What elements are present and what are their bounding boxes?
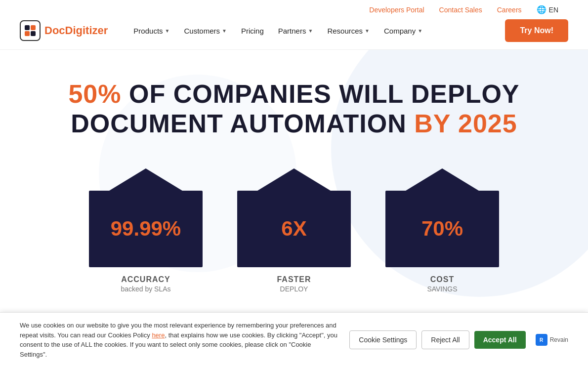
nav-customers[interactable]: Customers ▼ [178,23,232,39]
main-nav: DocDigitizer Products ▼ Customers ▼ Pric… [0,19,588,50]
house-shape-1: 99.99% [89,168,203,267]
hero-section: 50% OF COMPANIES WILL DEPLOY DOCUMENT AU… [0,50,588,326]
stat-card-faster: 6X FASTER DEPLOY [235,168,353,293]
hero-title-year: BY 2025 [414,109,517,138]
lang-selector[interactable]: 🌐 EN [537,5,558,14]
revain-badge: R Revain [536,334,568,346]
logo[interactable]: DocDigitizer [20,20,108,41]
svg-rect-3 [31,31,36,36]
products-dropdown-arrow: ▼ [165,28,170,34]
customers-dropdown-arrow: ▼ [222,28,227,34]
house-body-2: 6X [237,191,351,267]
partners-dropdown-arrow: ▼ [308,28,313,34]
cookie-buttons: Cookie Settings Reject All Accept All R … [349,330,568,349]
try-now-button[interactable]: Try Now! [505,19,568,42]
stat-card-savings: 70% COST SAVINGS [383,168,502,293]
top-bar: Developers Portal Contact Sales Careers … [0,0,588,19]
stats-row: 99.99% ACCURACY backed by SLAs 6X FASTER… [30,168,558,293]
svg-rect-1 [31,25,36,30]
hero-title-percent: 50% [68,80,121,108]
cookie-text: We use cookies on our website to give yo… [20,321,339,359]
stat-value-accuracy: 99.99% [111,217,181,241]
stat-label-accuracy: ACCURACY backed by SLAs [121,275,170,293]
nav-company[interactable]: Company ▼ [378,23,428,39]
cookie-banner: We use cookies on our website to give yo… [0,312,588,367]
globe-icon: 🌐 [537,5,546,14]
revain-label: Revain [550,336,568,343]
careers-link[interactable]: Careers [497,6,522,14]
accept-all-button[interactable]: Accept All [474,331,526,349]
nav-resources[interactable]: Resources ▼ [321,23,376,39]
resources-dropdown-arrow: ▼ [365,28,370,34]
nav-pricing[interactable]: Pricing [235,23,270,39]
house-shape-2: 6X [237,168,351,267]
stat-label-sub-accuracy: backed by SLAs [121,285,170,293]
cookie-policy-link[interactable]: here [152,331,165,339]
svg-rect-2 [25,31,30,36]
stat-label-main-savings: COST [427,275,457,284]
stat-label-savings: COST SAVINGS [427,275,457,293]
svg-rect-0 [25,25,30,30]
logo-icon [20,20,41,41]
stat-label-faster: FASTER DEPLOY [277,275,311,293]
revain-icon: R [536,334,547,346]
stat-label-sub-savings: SAVINGS [427,285,457,293]
stat-label-sub-faster: DEPLOY [277,285,311,293]
stat-value-faster: 6X [281,217,306,241]
lang-label: EN [549,6,558,14]
reject-all-button[interactable]: Reject All [421,330,469,349]
nav-products[interactable]: Products ▼ [127,23,175,39]
hero-title: 50% OF COMPANIES WILL DEPLOY DOCUMENT AU… [30,80,558,139]
stat-label-main-faster: FASTER [277,275,311,284]
nav-partners[interactable]: Partners ▼ [272,23,319,39]
stat-value-savings: 70% [421,217,463,241]
stat-label-main-accuracy: ACCURACY [121,275,170,284]
house-body-1: 99.99% [89,191,203,267]
company-dropdown-arrow: ▼ [418,28,422,34]
cookie-settings-button[interactable]: Cookie Settings [349,330,417,349]
stat-card-accuracy: 99.99% ACCURACY backed by SLAs [86,168,205,293]
logo-text: DocDigitizer [44,24,108,37]
house-body-3: 70% [385,191,499,267]
house-shape-3: 70% [385,168,499,267]
nav-items: Products ▼ Customers ▼ Pricing Partners … [127,23,505,39]
developers-portal-link[interactable]: Developers Portal [369,6,424,14]
contact-sales-link[interactable]: Contact Sales [439,6,482,14]
